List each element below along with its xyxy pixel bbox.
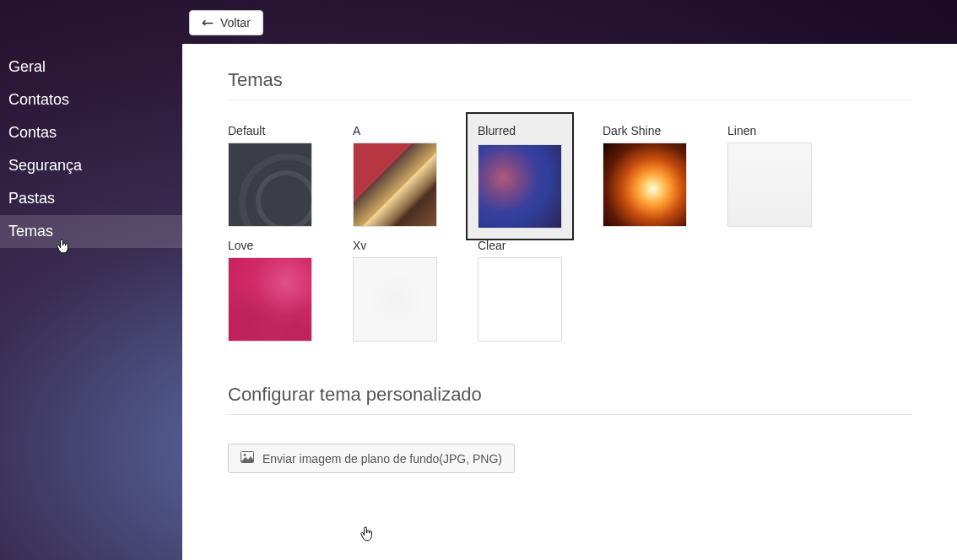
theme-item-linen[interactable]: Linen (727, 124, 812, 229)
theme-label: Blurred (478, 124, 562, 137)
arrow-left-icon: 🡐 (202, 16, 214, 30)
theme-swatch (478, 144, 562, 229)
theme-label: Default (228, 124, 312, 137)
theme-label: Xv (353, 239, 437, 252)
theme-item-a[interactable]: A (353, 124, 437, 229)
theme-label: Clear (478, 239, 562, 252)
theme-swatch (478, 257, 562, 342)
sidebar-item-label: Contas (8, 124, 57, 141)
theme-swatch (727, 143, 812, 227)
main-panel: Temas Default A Blurred Dark Shine Linen… (182, 44, 957, 560)
back-button[interactable]: 🡐 Voltar (189, 10, 263, 35)
sidebar-item-contatos[interactable]: Contatos (0, 83, 182, 116)
sidebar-item-temas[interactable]: Temas (0, 215, 182, 248)
settings-sidebar: Geral Contatos Contas Segurança Pastas T… (0, 51, 182, 248)
sidebar-item-label: Contatos (8, 91, 69, 108)
upload-button-label: Enviar imagem de plano de fundo(JPG, PNG… (262, 452, 502, 466)
back-button-label: Voltar (220, 16, 251, 30)
sidebar-item-label: Segurança (8, 157, 82, 174)
sidebar-item-label: Pastas (8, 190, 55, 207)
theme-label: A (353, 124, 437, 137)
sidebar-item-seguranca[interactable]: Segurança (0, 149, 182, 182)
theme-item-default[interactable]: Default (228, 124, 312, 229)
sidebar-item-geral[interactable]: Geral (0, 51, 182, 83)
theme-item-love[interactable]: Love (228, 239, 312, 342)
theme-swatch (603, 143, 687, 227)
sidebar-item-label: Temas (8, 223, 53, 240)
upload-background-button[interactable]: Enviar imagem de plano de fundo(JPG, PNG… (228, 444, 515, 473)
theme-label: Dark Shine (603, 124, 687, 137)
theme-item-clear[interactable]: Clear (478, 239, 562, 342)
theme-label: Linen (727, 124, 812, 137)
theme-swatch (353, 143, 437, 227)
theme-swatch (228, 257, 312, 342)
sidebar-item-contas[interactable]: Contas (0, 116, 182, 149)
theme-swatch (228, 143, 312, 227)
theme-item-xv[interactable]: Xv (353, 239, 437, 342)
svg-point-1 (244, 454, 246, 456)
theme-item-darkshine[interactable]: Dark Shine (603, 124, 687, 229)
themes-grid: Default A Blurred Dark Shine Linen Love … (228, 124, 911, 342)
theme-swatch (353, 257, 437, 342)
image-icon (241, 451, 254, 466)
sidebar-item-label: Geral (8, 58, 46, 75)
theme-item-blurred[interactable]: Blurred (466, 112, 574, 240)
theme-label: Love (228, 239, 312, 252)
custom-theme-section-title: Configurar tema personalizado (228, 384, 911, 415)
themes-section-title: Temas (228, 69, 911, 100)
sidebar-item-pastas[interactable]: Pastas (0, 182, 182, 215)
